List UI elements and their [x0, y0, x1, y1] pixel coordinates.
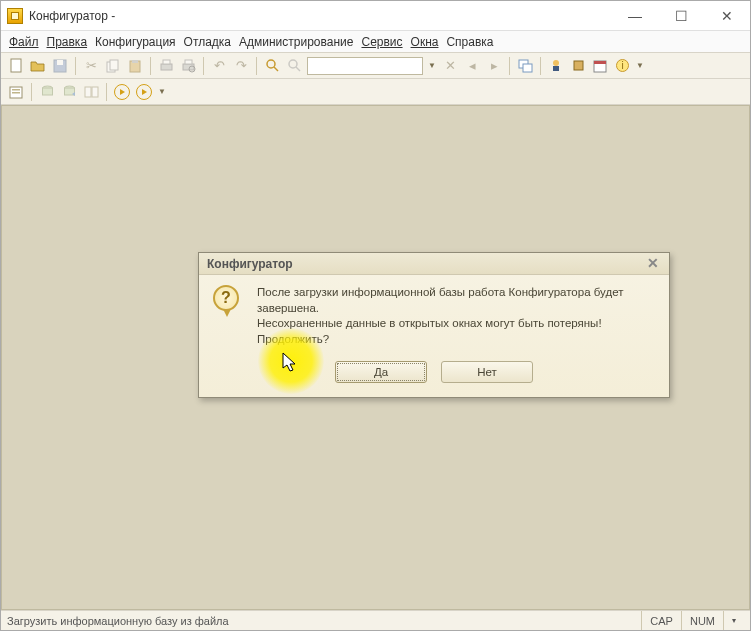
separator	[509, 57, 510, 75]
calendar-icon[interactable]	[591, 57, 609, 75]
svg-text:i: i	[621, 60, 623, 71]
open-folder-icon[interactable]	[29, 57, 47, 75]
svg-rect-8	[163, 60, 170, 64]
status-cap: CAP	[641, 611, 681, 630]
status-menu-icon[interactable]: ▾	[723, 611, 744, 630]
start-debug-icon[interactable]	[113, 83, 131, 101]
start-dropdown-icon[interactable]: ▼	[157, 87, 167, 96]
menu-config[interactable]: Конфигурация	[95, 35, 176, 49]
svg-rect-10	[185, 60, 192, 64]
svg-rect-6	[132, 60, 138, 63]
dialog-titlebar: Конфигуратор ✕	[199, 253, 669, 275]
main-window: Конфигуратор - — ☐ ✕ Файл Правка Конфигу…	[0, 0, 751, 631]
print-preview-icon[interactable]	[179, 57, 197, 75]
help-dropdown-icon[interactable]: ▼	[635, 61, 645, 70]
workspace: Конфигуратор ✕ ? После загрузки информац…	[1, 105, 750, 610]
svg-rect-0	[11, 59, 21, 72]
toolbar-main: ✂ ↶ ↷ ▼ ✕ ◂ ▸ i ▼	[1, 53, 750, 79]
svg-rect-29	[42, 88, 52, 95]
minimize-button[interactable]: —	[612, 1, 658, 30]
nav-fwd-icon[interactable]: ▸	[485, 57, 503, 75]
separator	[203, 57, 204, 75]
clear-search-icon[interactable]: ✕	[441, 57, 459, 75]
dialog-close-icon[interactable]: ✕	[645, 256, 661, 272]
separator	[106, 83, 107, 101]
db-config-icon[interactable]	[38, 83, 56, 101]
dialog-buttons: Да Нет	[213, 361, 655, 383]
svg-point-18	[553, 60, 559, 66]
find-icon[interactable]	[263, 57, 281, 75]
menu-debug[interactable]: Отладка	[184, 35, 231, 49]
svg-rect-26	[12, 89, 20, 91]
svg-rect-7	[161, 64, 172, 70]
dialog-title: Конфигуратор	[207, 257, 645, 271]
menu-service[interactable]: Сервис	[361, 35, 402, 49]
status-num: NUM	[681, 611, 723, 630]
separator	[256, 57, 257, 75]
svg-rect-9	[183, 64, 194, 70]
svg-line-13	[274, 67, 278, 71]
close-button[interactable]: ✕	[704, 1, 750, 30]
yes-button[interactable]: Да	[335, 361, 427, 383]
save-icon[interactable]	[51, 57, 69, 75]
no-button[interactable]: Нет	[441, 361, 533, 383]
tools-icon[interactable]	[569, 57, 587, 75]
svg-rect-32	[85, 87, 91, 97]
menu-admin[interactable]: Администрирование	[239, 35, 353, 49]
maximize-button[interactable]: ☐	[658, 1, 704, 30]
cut-icon[interactable]: ✂	[82, 57, 100, 75]
menu-edit[interactable]: Правка	[47, 35, 88, 49]
svg-rect-20	[574, 61, 583, 70]
separator	[540, 57, 541, 75]
separator	[31, 83, 32, 101]
separator	[75, 57, 76, 75]
dialog-line2: Несохраненные данные в открытых окнах мо…	[257, 316, 655, 332]
confirm-dialog: Конфигуратор ✕ ? После загрузки информац…	[198, 252, 670, 398]
search-dropdown-icon[interactable]: ▼	[427, 61, 437, 70]
paste-icon[interactable]	[126, 57, 144, 75]
update-db-icon[interactable]	[60, 83, 78, 101]
open-config-icon[interactable]	[7, 83, 25, 101]
separator	[150, 57, 151, 75]
windows-list-icon[interactable]	[516, 57, 534, 75]
status-text: Загрузить информационную базу из файла	[7, 615, 641, 627]
dialog-line3: Продолжить?	[257, 332, 655, 348]
svg-rect-22	[594, 61, 606, 64]
dialog-line1: После загрузки информационной базы работ…	[257, 285, 655, 316]
menubar: Файл Правка Конфигурация Отладка Админис…	[1, 31, 750, 53]
help-icon[interactable]: i	[613, 57, 631, 75]
redo-icon[interactable]: ↷	[232, 57, 250, 75]
dialog-message: После загрузки информационной базы работ…	[257, 285, 655, 347]
svg-point-12	[267, 60, 275, 68]
copy-icon[interactable]	[104, 57, 122, 75]
svg-point-14	[289, 60, 297, 68]
find-next-icon[interactable]	[285, 57, 303, 75]
app-icon	[7, 8, 23, 24]
nav-back-icon[interactable]: ◂	[463, 57, 481, 75]
question-icon: ?	[213, 285, 245, 317]
svg-rect-2	[57, 60, 63, 65]
svg-rect-4	[110, 60, 118, 70]
svg-line-15	[296, 67, 300, 71]
svg-rect-17	[523, 64, 532, 72]
menu-file[interactable]: Файл	[9, 35, 39, 49]
dialog-body: ? После загрузки информационной базы раб…	[199, 275, 669, 397]
window-controls: — ☐ ✕	[612, 1, 750, 30]
titlebar: Конфигуратор - — ☐ ✕	[1, 1, 750, 31]
syntax-helper-icon[interactable]	[547, 57, 565, 75]
start-enterprise-icon[interactable]	[135, 83, 153, 101]
svg-rect-33	[92, 87, 98, 97]
search-input[interactable]	[307, 57, 423, 75]
print-icon[interactable]	[157, 57, 175, 75]
svg-rect-27	[12, 92, 20, 94]
svg-rect-19	[553, 66, 559, 71]
compare-config-icon[interactable]	[82, 83, 100, 101]
menu-windows[interactable]: Окна	[411, 35, 439, 49]
toolbar-config: ▼	[1, 79, 750, 105]
undo-icon[interactable]: ↶	[210, 57, 228, 75]
new-doc-icon[interactable]	[7, 57, 25, 75]
statusbar: Загрузить информационную базу из файла C…	[1, 610, 750, 630]
menu-help[interactable]: Справка	[446, 35, 493, 49]
window-title: Конфигуратор -	[29, 9, 612, 23]
